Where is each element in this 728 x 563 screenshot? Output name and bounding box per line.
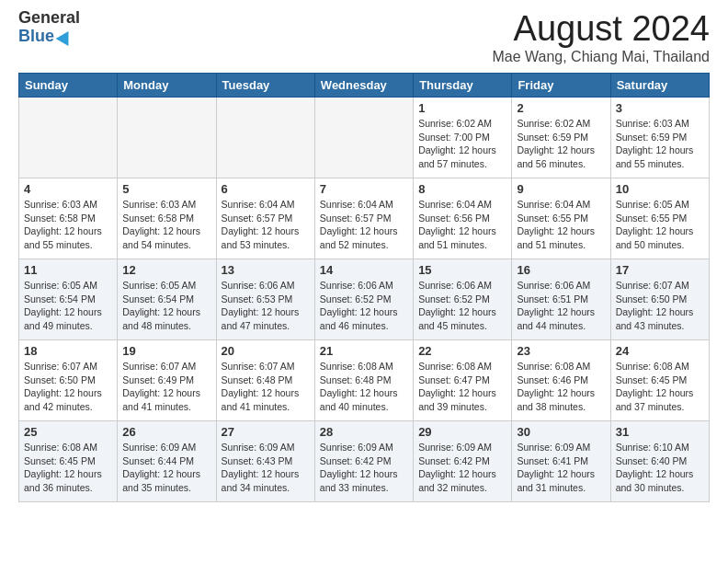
calendar-header-wednesday: Wednesday <box>314 74 413 98</box>
calendar-day: 14Sunrise: 6:06 AMSunset: 6:52 PMDayligh… <box>314 259 413 340</box>
logo-triangle-icon <box>56 28 75 46</box>
calendar-day: 5Sunrise: 6:03 AMSunset: 6:58 PMDaylight… <box>118 178 216 259</box>
day-number: 31 <box>616 425 704 439</box>
calendar-day: 6Sunrise: 6:04 AMSunset: 6:57 PMDaylight… <box>216 178 314 259</box>
day-number: 6 <box>222 182 310 196</box>
day-number: 10 <box>616 182 704 196</box>
calendar-day: 17Sunrise: 6:07 AMSunset: 6:50 PMDayligh… <box>610 259 709 340</box>
calendar-week-2: 4Sunrise: 6:03 AMSunset: 6:58 PMDaylight… <box>19 178 710 259</box>
calendar-header-thursday: Thursday <box>414 74 512 98</box>
calendar-day <box>216 98 314 178</box>
day-number: 11 <box>24 263 112 277</box>
day-number: 30 <box>517 425 605 439</box>
day-number: 19 <box>122 344 210 358</box>
calendar-day: 31Sunrise: 6:10 AMSunset: 6:40 PMDayligh… <box>610 421 709 502</box>
day-info: Sunrise: 6:09 AMSunset: 6:44 PMDaylight:… <box>122 441 210 495</box>
calendar-day: 19Sunrise: 6:07 AMSunset: 6:49 PMDayligh… <box>118 340 216 421</box>
calendar-header-saturday: Saturday <box>610 74 709 98</box>
day-info: Sunrise: 6:07 AMSunset: 6:48 PMDaylight:… <box>222 360 310 414</box>
calendar-day: 9Sunrise: 6:04 AMSunset: 6:55 PMDaylight… <box>512 178 610 259</box>
day-info: Sunrise: 6:06 AMSunset: 6:51 PMDaylight:… <box>517 279 605 333</box>
calendar-header-row: SundayMondayTuesdayWednesdayThursdayFrid… <box>19 74 710 98</box>
day-info: Sunrise: 6:04 AMSunset: 6:56 PMDaylight:… <box>418 198 506 252</box>
calendar-day: 16Sunrise: 6:06 AMSunset: 6:51 PMDayligh… <box>512 259 610 340</box>
day-info: Sunrise: 6:03 AMSunset: 6:59 PMDaylight:… <box>616 117 704 171</box>
calendar-header-tuesday: Tuesday <box>216 74 314 98</box>
day-number: 8 <box>418 182 506 196</box>
calendar-day <box>314 98 413 178</box>
logo: General Blue <box>18 9 80 46</box>
day-info: Sunrise: 6:07 AMSunset: 6:50 PMDaylight:… <box>24 360 112 414</box>
calendar-day: 1Sunrise: 6:02 AMSunset: 7:00 PMDaylight… <box>414 98 512 178</box>
calendar-week-3: 11Sunrise: 6:05 AMSunset: 6:54 PMDayligh… <box>19 259 710 340</box>
calendar-header-friday: Friday <box>512 74 610 98</box>
day-number: 18 <box>24 344 112 358</box>
calendar-day: 21Sunrise: 6:08 AMSunset: 6:48 PMDayligh… <box>314 340 413 421</box>
location-subtitle: Mae Wang, Chiang Mai, Thailand <box>492 49 710 65</box>
calendar-day: 28Sunrise: 6:09 AMSunset: 6:42 PMDayligh… <box>314 421 413 502</box>
calendar-day: 2Sunrise: 6:02 AMSunset: 6:59 PMDaylight… <box>512 98 610 178</box>
calendar-day: 24Sunrise: 6:08 AMSunset: 6:45 PMDayligh… <box>610 340 709 421</box>
day-info: Sunrise: 6:04 AMSunset: 6:57 PMDaylight:… <box>320 198 408 252</box>
logo-blue-text: Blue <box>18 28 80 46</box>
calendar-day: 3Sunrise: 6:03 AMSunset: 6:59 PMDaylight… <box>610 98 709 178</box>
calendar-day: 7Sunrise: 6:04 AMSunset: 6:57 PMDaylight… <box>314 178 413 259</box>
day-info: Sunrise: 6:09 AMSunset: 6:41 PMDaylight:… <box>517 441 605 495</box>
day-number: 16 <box>517 263 605 277</box>
day-number: 3 <box>616 101 704 115</box>
day-info: Sunrise: 6:07 AMSunset: 6:49 PMDaylight:… <box>122 360 210 414</box>
day-number: 9 <box>517 182 605 196</box>
day-number: 7 <box>320 182 408 196</box>
calendar-day: 13Sunrise: 6:06 AMSunset: 6:53 PMDayligh… <box>216 259 314 340</box>
day-info: Sunrise: 6:09 AMSunset: 6:42 PMDaylight:… <box>418 441 506 495</box>
day-number: 26 <box>122 425 210 439</box>
day-info: Sunrise: 6:09 AMSunset: 6:42 PMDaylight:… <box>320 441 408 495</box>
day-number: 13 <box>222 263 310 277</box>
day-info: Sunrise: 6:06 AMSunset: 6:52 PMDaylight:… <box>320 279 408 333</box>
day-number: 2 <box>517 101 605 115</box>
day-number: 22 <box>418 344 506 358</box>
day-info: Sunrise: 6:10 AMSunset: 6:40 PMDaylight:… <box>616 441 704 495</box>
day-info: Sunrise: 6:04 AMSunset: 6:55 PMDaylight:… <box>517 198 605 252</box>
page-header: General Blue August 2024 Mae Wang, Chian… <box>18 9 710 65</box>
day-info: Sunrise: 6:05 AMSunset: 6:54 PMDaylight:… <box>24 279 112 333</box>
logo-general-text: General <box>18 9 80 28</box>
calendar-day <box>118 98 216 178</box>
calendar-week-5: 25Sunrise: 6:08 AMSunset: 6:45 PMDayligh… <box>19 421 710 502</box>
day-number: 1 <box>418 101 506 115</box>
day-number: 28 <box>320 425 408 439</box>
calendar-week-4: 18Sunrise: 6:07 AMSunset: 6:50 PMDayligh… <box>19 340 710 421</box>
calendar-day: 30Sunrise: 6:09 AMSunset: 6:41 PMDayligh… <box>512 421 610 502</box>
day-number: 21 <box>320 344 408 358</box>
day-info: Sunrise: 6:05 AMSunset: 6:54 PMDaylight:… <box>122 279 210 333</box>
day-info: Sunrise: 6:06 AMSunset: 6:53 PMDaylight:… <box>222 279 310 333</box>
day-number: 14 <box>320 263 408 277</box>
day-info: Sunrise: 6:08 AMSunset: 6:47 PMDaylight:… <box>418 360 506 414</box>
day-info: Sunrise: 6:08 AMSunset: 6:48 PMDaylight:… <box>320 360 408 414</box>
calendar-week-1: 1Sunrise: 6:02 AMSunset: 7:00 PMDaylight… <box>19 98 710 178</box>
calendar-day <box>19 98 118 178</box>
title-block: August 2024 Mae Wang, Chiang Mai, Thaila… <box>492 9 710 65</box>
calendar-day: 22Sunrise: 6:08 AMSunset: 6:47 PMDayligh… <box>414 340 512 421</box>
calendar-day: 29Sunrise: 6:09 AMSunset: 6:42 PMDayligh… <box>414 421 512 502</box>
day-info: Sunrise: 6:05 AMSunset: 6:55 PMDaylight:… <box>616 198 704 252</box>
calendar-day: 10Sunrise: 6:05 AMSunset: 6:55 PMDayligh… <box>610 178 709 259</box>
calendar-day: 4Sunrise: 6:03 AMSunset: 6:58 PMDaylight… <box>19 178 118 259</box>
calendar-day: 11Sunrise: 6:05 AMSunset: 6:54 PMDayligh… <box>19 259 118 340</box>
day-info: Sunrise: 6:08 AMSunset: 6:45 PMDaylight:… <box>616 360 704 414</box>
day-number: 5 <box>122 182 210 196</box>
day-number: 15 <box>418 263 506 277</box>
day-number: 4 <box>24 182 112 196</box>
day-number: 17 <box>616 263 704 277</box>
day-info: Sunrise: 6:02 AMSunset: 6:59 PMDaylight:… <box>517 117 605 171</box>
day-number: 24 <box>616 344 704 358</box>
calendar-day: 27Sunrise: 6:09 AMSunset: 6:43 PMDayligh… <box>216 421 314 502</box>
calendar-table: SundayMondayTuesdayWednesdayThursdayFrid… <box>18 73 710 502</box>
day-info: Sunrise: 6:03 AMSunset: 6:58 PMDaylight:… <box>122 198 210 252</box>
day-info: Sunrise: 6:09 AMSunset: 6:43 PMDaylight:… <box>222 441 310 495</box>
calendar-day: 12Sunrise: 6:05 AMSunset: 6:54 PMDayligh… <box>118 259 216 340</box>
calendar-day: 23Sunrise: 6:08 AMSunset: 6:46 PMDayligh… <box>512 340 610 421</box>
day-info: Sunrise: 6:08 AMSunset: 6:45 PMDaylight:… <box>24 441 112 495</box>
calendar-day: 25Sunrise: 6:08 AMSunset: 6:45 PMDayligh… <box>19 421 118 502</box>
day-info: Sunrise: 6:03 AMSunset: 6:58 PMDaylight:… <box>24 198 112 252</box>
